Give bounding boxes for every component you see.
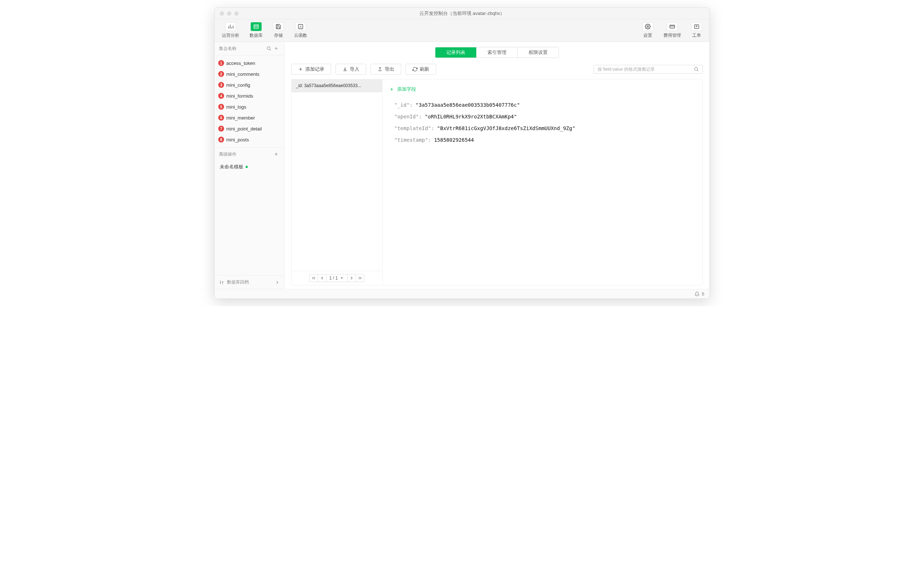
main-toolbar: 运营分析 数据库 存储 fx 云函数 <box>214 20 710 42</box>
sort-icon <box>219 280 224 285</box>
field-key: "openId": <box>394 114 422 120</box>
collection-item[interactable]: 6mini_member <box>214 112 284 123</box>
bell-icon[interactable] <box>694 291 699 297</box>
collection-item[interactable]: 4mini_formids <box>214 90 284 101</box>
collection-index-badge: 4 <box>218 93 224 99</box>
collection-index-badge: 1 <box>218 60 224 66</box>
field-row[interactable]: "openId":"oRhIL0RHL9rkX9ro2XtbBCXAmKp4" <box>389 111 696 122</box>
field-value: "BxVtrR681icGxgVJOfJ8xdze6TsZiXdSmmUUXnd… <box>437 125 575 131</box>
nav-settings[interactable]: 设置 <box>642 22 653 39</box>
pager-first-button[interactable] <box>309 274 318 282</box>
records-pane: _id: 3a573aaa5e856eae003533... 1 / 1 <box>291 80 382 285</box>
tab[interactable]: 权限设置 <box>518 47 558 58</box>
search-input[interactable] <box>597 67 694 72</box>
nav-database-label: 数据库 <box>250 32 263 39</box>
minimize-window-button[interactable] <box>227 11 231 16</box>
tab[interactable]: 索引管理 <box>477 47 518 58</box>
add-collection-button[interactable] <box>273 45 280 52</box>
search-collection-button[interactable] <box>265 45 273 52</box>
chart-bar-icon <box>225 22 236 31</box>
svg-line-12 <box>270 50 271 51</box>
add-record-button[interactable]: 添加记录 <box>291 64 331 75</box>
search-box[interactable] <box>594 65 703 74</box>
svg-text:fx: fx <box>300 25 302 28</box>
svg-rect-0 <box>254 25 258 29</box>
collection-item[interactable]: 3mini_config <box>214 80 284 90</box>
status-dot-icon <box>246 166 248 168</box>
add-template-button[interactable] <box>273 150 280 158</box>
toolbar-right: 设置 费用管理 工单 <box>642 22 702 39</box>
notification-count: 6 <box>702 291 704 297</box>
pager-prev-button[interactable] <box>318 274 327 282</box>
database-icon <box>250 22 262 31</box>
nav-cloud-functions[interactable]: fx 云函数 <box>294 22 307 39</box>
import-button[interactable]: 导入 <box>336 64 366 75</box>
traffic-lights <box>214 11 238 16</box>
sidebar: 集合名称 1access_token2mini_comments3mini_co… <box>214 42 285 289</box>
collection-item[interactable]: 5mini_logs <box>214 101 284 112</box>
collection-index-badge: 3 <box>218 82 224 88</box>
collection-item[interactable]: 7mini_point_detail <box>214 123 284 134</box>
database-rollback-label: 数据库回档 <box>227 279 275 285</box>
plus-icon <box>298 67 303 72</box>
field-row[interactable]: "templateId":"BxVtrR681icGxgVJOfJ8xdze6T… <box>389 122 696 134</box>
template-name: 未命名模板 <box>220 164 243 170</box>
tabs: 记录列表索引管理权限设置 <box>435 47 559 58</box>
sidebar-header: 集合名称 <box>214 42 284 56</box>
detail-pane: 添加字段 "_id":"3a573aaa5e856eae003533b05407… <box>382 80 702 285</box>
field-value: "3a573aaa5e856eae003533b05407776c" <box>416 102 520 108</box>
tabs-row: 记录列表索引管理权限设置 <box>285 42 710 62</box>
pager-page-text: 1 / 1 <box>329 276 338 280</box>
refresh-button[interactable]: 刷新 <box>405 64 436 75</box>
tab[interactable]: 记录列表 <box>435 47 477 58</box>
collection-name: access_token <box>226 60 255 66</box>
nav-billing[interactable]: 费用管理 <box>663 22 681 39</box>
template-item[interactable]: 未命名模板 <box>214 161 284 173</box>
record-item[interactable]: _id: 3a573aaa5e856eae003533... <box>291 80 382 92</box>
refresh-icon <box>412 67 417 72</box>
nav-storage[interactable]: 存储 <box>273 22 284 39</box>
titlebar: 云开发控制台（当前环境 avatar-zbqhx） <box>214 8 710 20</box>
pager-page-indicator[interactable]: 1 / 1 <box>326 274 348 282</box>
database-rollback-button[interactable]: 数据库回档 <box>214 275 284 289</box>
settings-icon <box>642 22 653 31</box>
nav-tickets-label: 工单 <box>692 32 701 39</box>
add-field-button[interactable]: 添加字段 <box>389 84 696 99</box>
pager-next-button[interactable] <box>347 274 356 282</box>
data-area: _id: 3a573aaa5e856eae003533... 1 / 1 <box>291 79 703 285</box>
collection-index-badge: 2 <box>218 71 224 77</box>
nav-analytics[interactable]: 运营分析 <box>222 22 239 39</box>
records-spacer <box>291 92 382 271</box>
sidebar-header-title: 集合名称 <box>219 45 265 52</box>
collection-item[interactable]: 1access_token <box>214 58 284 69</box>
main-area: 集合名称 1access_token2mini_comments3mini_co… <box>214 42 710 289</box>
nav-settings-label: 设置 <box>644 32 652 39</box>
import-label: 导入 <box>350 66 359 72</box>
field-key: "timestamp": <box>394 137 431 143</box>
plus-icon <box>389 87 394 92</box>
export-button[interactable]: 导出 <box>370 64 401 75</box>
pager-last-button[interactable] <box>356 274 364 282</box>
nav-billing-label: 费用管理 <box>663 32 681 39</box>
nav-tickets[interactable]: 工单 <box>691 22 702 39</box>
maximize-window-button[interactable] <box>234 11 238 16</box>
pager: 1 / 1 <box>291 271 382 285</box>
field-key: "templateId": <box>394 125 434 131</box>
content-bottom-spacer <box>285 285 710 289</box>
collection-item[interactable]: 8mini_posts <box>214 134 284 145</box>
records-list: _id: 3a573aaa5e856eae003533... <box>291 80 382 92</box>
export-label: 导出 <box>385 66 394 72</box>
nav-database[interactable]: 数据库 <box>250 22 263 39</box>
refresh-label: 刷新 <box>420 66 429 72</box>
nav-storage-label: 存储 <box>274 32 283 39</box>
field-row[interactable]: "timestamp":1585802926544 <box>389 134 696 146</box>
field-value: "oRhIL0RHL9rkX9ro2XtbBCXAmKp4" <box>425 114 517 120</box>
collection-name: mini_point_detail <box>226 126 262 132</box>
nav-functions-label: 云函数 <box>294 32 307 39</box>
close-window-button[interactable] <box>220 11 224 16</box>
collection-item[interactable]: 2mini_comments <box>214 69 284 80</box>
ticket-icon <box>691 22 702 31</box>
field-row[interactable]: "_id":"3a573aaa5e856eae003533b05407776c" <box>389 99 696 111</box>
collection-index-badge: 5 <box>218 104 224 110</box>
search-icon <box>694 67 699 72</box>
